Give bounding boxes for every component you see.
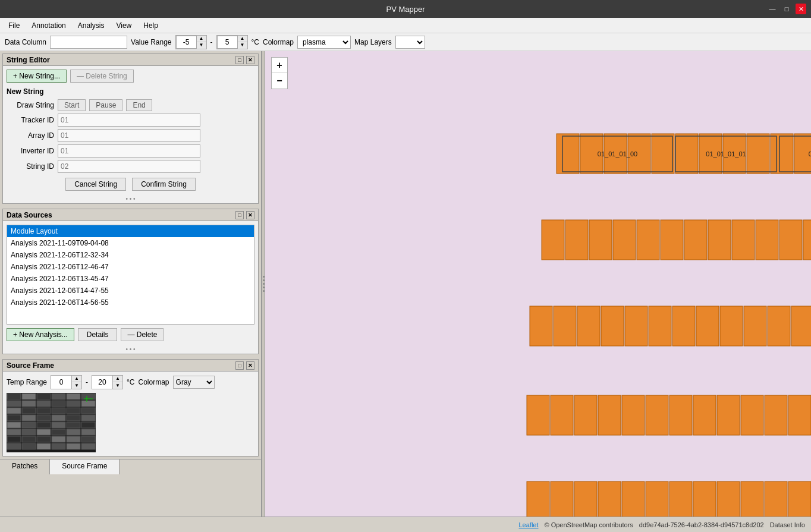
resize-dot	[263, 290, 265, 292]
maximize-button[interactable]: □	[781, 4, 792, 14]
leaflet-link[interactable]: Leaflet	[518, 521, 538, 528]
svg-rect-74	[741, 395, 763, 435]
temp-max-up[interactable]: ▲	[113, 376, 122, 382]
data-sources-header: Data Sources □ ✕	[3, 209, 258, 221]
minimize-button[interactable]: —	[767, 4, 778, 14]
tracker-id-input[interactable]	[58, 114, 200, 127]
data-sources-body: Module LayoutAnalysis 2021-11-09T09-04-0…	[3, 221, 258, 345]
close-button[interactable]: ✕	[796, 4, 806, 14]
tracker-id-label: Tracker ID	[7, 116, 54, 124]
source-frame-restore-btn[interactable]: □	[235, 361, 244, 370]
data-source-item-2[interactable]: Analysis 2021-12-06T12-32-34	[7, 249, 254, 261]
resize-dot	[263, 276, 265, 278]
pause-button[interactable]: Pause	[89, 99, 122, 111]
tab-source-frame[interactable]: Source Frame	[50, 459, 120, 474]
value-range-max-up[interactable]: ▲	[238, 36, 247, 42]
data-sources-close-btn[interactable]: ✕	[246, 211, 254, 219]
svg-rect-47	[625, 306, 647, 346]
svg-rect-21	[542, 220, 564, 260]
source-colormap-label: Colormap	[139, 378, 169, 386]
svg-text:01_01_01_02: 01_01_01_02	[809, 150, 811, 158]
map-area[interactable]: + − 01_01_01_0001_01_01_0101_01_01_02	[265, 51, 811, 517]
array-id-row: Array ID	[7, 129, 254, 142]
svg-rect-29	[732, 220, 755, 260]
cancel-string-button[interactable]: Cancel String	[65, 178, 126, 191]
array-id-input[interactable]	[58, 129, 200, 142]
zoom-out-button[interactable]: −	[272, 73, 287, 89]
value-range-label: Value Range	[131, 38, 172, 46]
svg-rect-69	[622, 395, 645, 435]
data-source-item-3[interactable]: Analysis 2021-12-06T12-46-47	[7, 261, 254, 273]
temp-max-input[interactable]	[92, 376, 113, 389]
end-button[interactable]: End	[126, 99, 152, 111]
data-sources-section: Data Sources □ ✕ Module LayoutAnalysis 2…	[2, 209, 259, 354]
new-analysis-button[interactable]: + New Analysis...	[7, 328, 74, 341]
tab-patches[interactable]: Patches	[0, 459, 50, 474]
string-bottom-buttons: Cancel String Confirm String	[7, 178, 254, 191]
main-layout: String Editor □ ✕ + New String... — Dele…	[0, 51, 811, 517]
data-source-item-4[interactable]: Analysis 2021-12-06T13-45-47	[7, 273, 254, 285]
value-range-min-down[interactable]: ▼	[197, 42, 206, 49]
svg-text:01_01_01_00: 01_01_01_00	[598, 150, 637, 158]
data-sources-buttons: + New Analysis... Details — Delete	[7, 328, 254, 341]
svg-rect-88	[551, 481, 573, 517]
string-id-row: String ID	[7, 160, 254, 173]
bottom-tabs: Patches Source Frame	[0, 459, 261, 474]
data-source-item-0[interactable]: Module Layout	[7, 225, 254, 237]
string-editor-close-btn[interactable]: ✕	[246, 56, 254, 64]
inverter-id-row: Inverter ID	[7, 144, 254, 158]
svg-rect-95	[717, 481, 740, 517]
string-id-input[interactable]	[58, 160, 200, 173]
svg-rect-68	[598, 395, 621, 435]
start-button[interactable]: Start	[58, 99, 86, 111]
data-column-input[interactable]	[50, 36, 127, 49]
value-range-max-input[interactable]	[217, 36, 238, 49]
svg-rect-30	[756, 220, 778, 260]
inverter-id-input[interactable]	[58, 144, 200, 158]
svg-rect-89	[574, 481, 597, 517]
svg-rect-9	[771, 134, 793, 174]
data-source-item-1[interactable]: Analysis 2021-11-09T09-04-08	[7, 237, 254, 249]
string-editor-restore-btn[interactable]: □	[235, 56, 244, 64]
menu-analysis[interactable]: Analysis	[72, 20, 111, 31]
value-range-min-input[interactable]	[176, 36, 197, 49]
svg-rect-87	[527, 481, 549, 517]
menu-help[interactable]: Help	[137, 20, 164, 31]
data-sources-list[interactable]: Module LayoutAnalysis 2021-11-09T09-04-0…	[7, 225, 254, 325]
temp-max-stepper: ▲ ▼	[92, 375, 123, 389]
data-source-item-5[interactable]: Analysis 2021-12-06T14-47-55	[7, 285, 254, 297]
source-frame-header: Source Frame □ ✕	[3, 360, 258, 372]
confirm-string-button[interactable]: Confirm String	[132, 178, 196, 191]
menu-annotation[interactable]: Annotation	[26, 20, 71, 31]
data-source-item-6[interactable]: Analysis 2021-12-06T14-56-55	[7, 297, 254, 309]
delete-button[interactable]: — Delete	[121, 328, 164, 341]
value-range-max-down[interactable]: ▼	[238, 42, 247, 49]
map-layers-select[interactable]	[395, 36, 425, 49]
zoom-in-button[interactable]: +	[272, 58, 287, 73]
source-frame-close-btn[interactable]: ✕	[246, 361, 254, 370]
app-title: PV Mapper	[386, 5, 425, 14]
temp-min-up[interactable]: ▲	[72, 376, 81, 382]
source-colormap-select[interactable]: GrayJetHotCool	[173, 376, 215, 389]
svg-rect-0	[557, 134, 579, 174]
temp-min-input[interactable]	[51, 376, 72, 389]
svg-rect-43	[530, 306, 552, 346]
data-sources-restore-btn[interactable]: □	[235, 211, 244, 219]
delete-string-button[interactable]: — Delete String	[70, 70, 134, 83]
colormap-select[interactable]: plasma viridis jet	[297, 36, 351, 49]
svg-rect-75	[765, 395, 787, 435]
svg-rect-27	[684, 220, 707, 260]
svg-rect-70	[646, 395, 668, 435]
temp-max-down[interactable]: ▼	[113, 382, 122, 389]
temp-min-down[interactable]: ▼	[72, 382, 81, 389]
svg-rect-65	[527, 395, 549, 435]
source-frame-body: Temp Range ▲ ▼ - ▲ ▼	[3, 372, 258, 456]
details-button[interactable]: Details	[78, 328, 118, 341]
menu-view[interactable]: View	[110, 20, 137, 31]
data-sources-title: Data Sources	[7, 211, 52, 219]
new-string-button[interactable]: + New String...	[7, 70, 67, 83]
string-editor-body: + New String... — Delete String New Stri…	[3, 66, 258, 194]
value-range-min-up[interactable]: ▲	[197, 36, 206, 42]
source-frame-controls: Temp Range ▲ ▼ - ▲ ▼	[7, 375, 254, 389]
menu-file[interactable]: File	[2, 20, 26, 31]
